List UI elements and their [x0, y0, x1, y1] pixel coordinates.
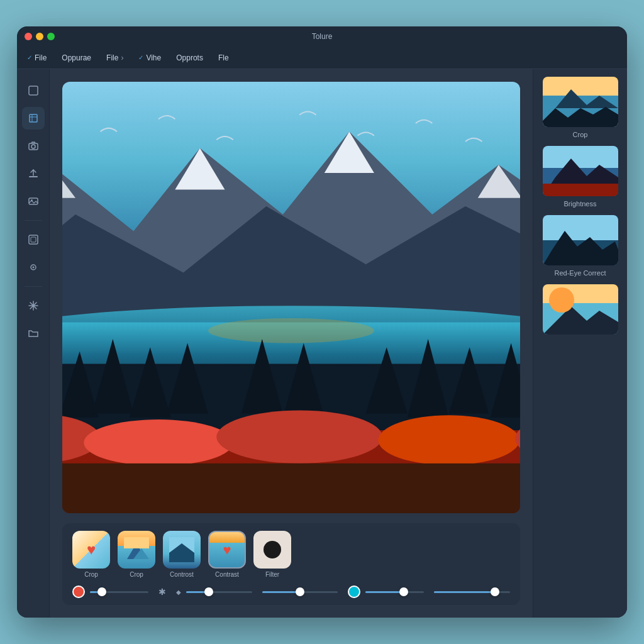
app-container: Tolure ✓ File Oppurae File › ✓ Vihe Oppr… [17, 26, 627, 618]
svg-point-23 [208, 318, 374, 343]
slider-icon-star: ✱ [158, 587, 166, 597]
svg-rect-0 [29, 86, 38, 95]
tool-label-crop2: Crop [130, 571, 143, 578]
menu-item-file1[interactable]: ✓ File [27, 53, 47, 62]
svg-rect-9 [29, 235, 38, 244]
slider-track-1[interactable] [90, 591, 148, 593]
main-layout: ♥ Crop Crop [17, 69, 627, 618]
tool-label-contrast1: Controst [170, 571, 194, 578]
svg-marker-55 [543, 107, 618, 127]
svg-rect-7 [29, 198, 38, 204]
tool-icon-contrast1 [163, 531, 201, 569]
slider-fill-5 [434, 591, 495, 593]
right-panel-item-brightness[interactable]: Brightness [541, 146, 619, 208]
minimize-button[interactable] [36, 33, 43, 40]
slider-track-2[interactable] [186, 591, 252, 593]
menu-check-file1: ✓ [27, 54, 32, 61]
tool-item-crop1[interactable]: ♥ Crop [72, 531, 110, 578]
close-button[interactable] [25, 33, 32, 40]
left-toolbar [17, 69, 50, 618]
right-panel-label-redeye: Red-Eye Correct [555, 269, 606, 277]
menu-label-opprots: Opprots [176, 53, 203, 62]
tool-select[interactable] [22, 79, 45, 102]
slider-thumb-5[interactable] [491, 587, 499, 596]
svg-rect-6 [29, 176, 38, 177]
tool-effects[interactable] [22, 294, 45, 317]
slider-dot-cyan [348, 586, 360, 598]
slider-group-1 [72, 586, 148, 598]
slider-track-3[interactable] [262, 591, 338, 593]
slider-thumb-1[interactable] [97, 587, 106, 596]
sliders-row: ✱ ◆ [72, 586, 510, 598]
tool-icon-crop2 [118, 531, 155, 569]
right-panel-thumb-crop [543, 77, 618, 127]
tool-adjust[interactable] [22, 256, 45, 279]
filter-circle [264, 541, 281, 558]
tool-label-contrast2: Contrast [215, 571, 239, 578]
svg-rect-1 [30, 114, 37, 122]
tool-icons-row: ♥ Crop Crop [72, 531, 510, 578]
title-bar: Tolure [17, 26, 627, 47]
tool-label-filter: Filter [265, 571, 279, 578]
svg-rect-59 [543, 184, 618, 196]
right-panel-thumb-bottom [543, 284, 618, 335]
menu-label-file1: File [35, 53, 47, 62]
right-panel-item-crop[interactable]: Crop [541, 77, 619, 138]
tool-icon-crop1: ♥ [72, 531, 110, 569]
bottom-tools: ♥ Crop Crop [62, 523, 520, 605]
slider-group-5 [434, 591, 510, 593]
tool-icon-contrast2: ♥ [208, 531, 246, 569]
right-panel-item-redeye[interactable]: Red-Eye Correct [541, 215, 619, 277]
svg-point-12 [32, 267, 34, 269]
svg-point-66 [549, 287, 574, 313]
tool-image[interactable] [22, 190, 45, 213]
tool-camera[interactable] [22, 135, 45, 157]
menu-item-vihe[interactable]: ✓ Vihe [138, 53, 161, 62]
menu-bar: ✓ File Oppurae File › ✓ Vihe Opprots Fle [17, 47, 627, 69]
slider-fill-3 [262, 591, 300, 593]
menu-check-vihe: ✓ [138, 54, 143, 61]
right-panel-label-brightness: Brightness [564, 200, 597, 208]
tool-icon-filter [253, 531, 291, 569]
canvas-area[interactable] [62, 82, 520, 513]
canvas-image [62, 82, 520, 513]
svg-rect-45 [62, 464, 520, 513]
tool-crop[interactable] [22, 107, 45, 130]
menu-label-vihe: Vihe [146, 53, 161, 62]
menu-item-oppurae[interactable]: Oppurae [62, 53, 91, 62]
svg-point-41 [84, 419, 233, 466]
menu-item-opprots[interactable]: Opprots [176, 53, 203, 62]
slider-thumb-4[interactable] [399, 587, 408, 596]
right-panel: Crop Brightness [533, 69, 627, 618]
toolbar-sep2 [25, 286, 42, 287]
slider-thumb-3[interactable] [296, 587, 304, 596]
menu-label-oppurae: Oppurae [62, 53, 91, 62]
menu-item-fle[interactable]: Fle [218, 53, 229, 62]
maximize-button[interactable] [47, 33, 55, 40]
slider-diamond-icon: ◆ [176, 589, 181, 596]
svg-rect-10 [31, 237, 36, 242]
toolbar-sep1 [25, 220, 42, 221]
tool-label-crop1: Crop [84, 571, 98, 578]
slider-group-2: ◆ [176, 589, 252, 596]
slider-thumb-2[interactable] [204, 587, 213, 596]
menu-arrow-file2: › [121, 53, 123, 62]
tool-item-filter[interactable]: Filter [253, 531, 291, 578]
tool-item-contrast2[interactable]: ♥ Contrast [208, 531, 246, 578]
tool-item-contrast1[interactable]: Controst [163, 531, 201, 578]
tool-upload[interactable] [22, 162, 45, 185]
slider-group-3 [262, 591, 338, 593]
tool-item-crop2[interactable]: Crop [118, 531, 155, 578]
tool-folder[interactable] [22, 322, 45, 345]
svg-point-5 [31, 145, 35, 148]
heart-icon-crop: ♥ [87, 541, 96, 558]
right-panel-item-bottom[interactable] [541, 284, 619, 338]
right-panel-thumb-redeye [543, 215, 618, 265]
slider-track-4[interactable] [365, 591, 424, 593]
tool-frame[interactable] [22, 228, 45, 251]
menu-item-file2[interactable]: File › [106, 53, 123, 62]
slider-fill-4 [365, 591, 403, 593]
slider-track-5[interactable] [434, 591, 510, 593]
menu-label-fle: Fle [218, 53, 229, 62]
window-controls [25, 33, 55, 40]
